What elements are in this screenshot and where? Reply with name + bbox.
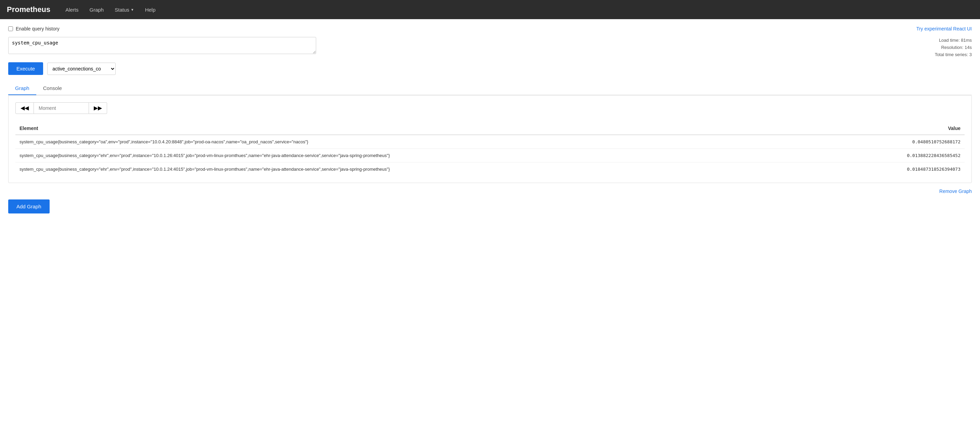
table-row: system_cpu_usage{business_category="ehr"…	[15, 149, 965, 162]
nav-help[interactable]: Help	[140, 4, 161, 15]
metric-select[interactable]: active_connections_co	[47, 63, 116, 75]
element-cell: system_cpu_usage{business_category="ehr"…	[15, 149, 832, 162]
element-cell: system_cpu_usage{business_category="oa",…	[15, 135, 832, 149]
enable-history-container: Enable query history	[8, 26, 60, 32]
nav-graph[interactable]: Graph	[85, 4, 109, 15]
tabs: Graph Console	[8, 82, 972, 95]
time-forward-button[interactable]: ▶▶	[89, 102, 107, 114]
nav-help-label: Help	[145, 7, 156, 13]
table-row: system_cpu_usage{business_category="oa",…	[15, 135, 965, 149]
nav-alerts[interactable]: Alerts	[60, 4, 83, 15]
col-value-header: Value	[832, 122, 965, 135]
element-cell: system_cpu_usage{business_category="ehr"…	[15, 162, 832, 176]
navbar: Prometheus Alerts Graph Status ▼ Help	[0, 0, 980, 19]
nav-graph-label: Graph	[90, 7, 104, 13]
stat-load-time: Load time: 81ms	[935, 37, 972, 44]
main-content: Enable query history Try experimental Re…	[0, 19, 980, 429]
enable-history-label: Enable query history	[16, 26, 60, 32]
navbar-brand[interactable]: Prometheus	[7, 5, 50, 14]
value-cell: 0.013882228436585452	[832, 149, 965, 162]
stats-block: Load time: 81ms Resolution: 14s Total ti…	[935, 37, 972, 58]
query-and-stats-row: system_cpu_usage Load time: 81ms Resolut…	[8, 37, 972, 58]
time-nav: ◀◀ ▶▶	[15, 102, 965, 114]
enable-history-checkbox[interactable]	[8, 26, 13, 31]
tab-console-label: Console	[43, 85, 62, 91]
nav-status-label: Status	[115, 7, 129, 13]
remove-graph-row: Remove Graph	[8, 189, 972, 194]
value-cell: 0.018487318526394073	[832, 162, 965, 176]
navbar-nav: Alerts Graph Status ▼ Help	[60, 4, 160, 15]
execute-button[interactable]: Execute	[8, 62, 43, 75]
query-input-wrapper: system_cpu_usage	[8, 37, 928, 55]
table-row: system_cpu_usage{business_category="ehr"…	[15, 162, 965, 176]
tab-graph-label: Graph	[15, 85, 29, 91]
table-header-row: Element Value	[15, 122, 965, 135]
query-input[interactable]: system_cpu_usage	[8, 37, 316, 54]
moment-input[interactable]	[34, 102, 89, 114]
stat-total-series: Total time series: 3	[935, 51, 972, 59]
results-table: Element Value system_cpu_usage{business_…	[15, 122, 965, 176]
nav-alerts-label: Alerts	[65, 7, 78, 13]
add-graph-button[interactable]: Add Graph	[8, 199, 49, 213]
execute-row: Execute active_connections_co	[8, 62, 972, 75]
stat-resolution: Resolution: 14s	[935, 44, 972, 51]
tab-console[interactable]: Console	[36, 82, 69, 95]
try-react-ui-link[interactable]: Try experimental React UI	[916, 26, 972, 32]
value-cell: 0.0480510752688172	[832, 135, 965, 149]
tab-graph[interactable]: Graph	[8, 82, 36, 95]
graph-panel: ◀◀ ▶▶ Element Value system_cpu_usage{bus…	[8, 95, 972, 183]
time-back-button[interactable]: ◀◀	[15, 102, 34, 114]
nav-status-dropdown-icon: ▼	[131, 8, 134, 12]
remove-graph-button[interactable]: Remove Graph	[939, 189, 972, 194]
nav-status[interactable]: Status ▼	[110, 4, 138, 15]
top-bar: Enable query history Try experimental Re…	[8, 26, 972, 32]
col-element-header: Element	[15, 122, 832, 135]
